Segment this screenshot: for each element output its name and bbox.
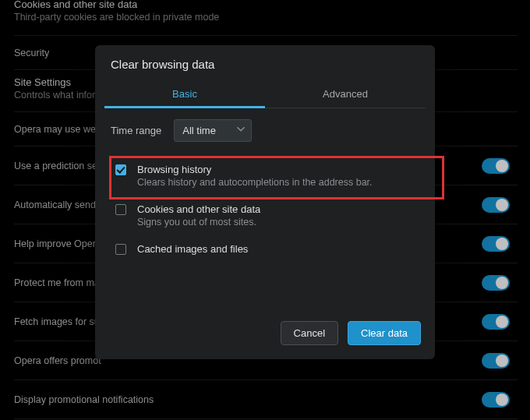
chevron-down-icon xyxy=(237,124,245,136)
cache-checkbox[interactable] xyxy=(115,244,126,255)
dialog-title: Clear browsing data xyxy=(95,45,435,77)
option-cookies[interactable]: Cookies and other site data Signs you ou… xyxy=(111,196,419,235)
history-sub: Clears history and autocompletions in th… xyxy=(137,177,373,188)
time-range-label: Time range xyxy=(111,125,161,136)
cookies-sub: Signs you out of most sites. xyxy=(137,217,260,228)
history-title: Browsing history xyxy=(137,164,373,175)
clear-data-button[interactable]: Clear data xyxy=(348,321,421,345)
clear-browsing-data-dialog: Clear browsing data Basic Advanced Time … xyxy=(95,45,435,359)
cancel-button[interactable]: Cancel xyxy=(281,321,338,345)
time-range-value: All time xyxy=(182,125,216,136)
cookies-title: Cookies and other site data xyxy=(137,203,260,215)
time-range-select[interactable]: All time xyxy=(174,119,252,142)
history-checkbox[interactable] xyxy=(115,164,126,175)
cache-title: Cached images and files xyxy=(137,243,248,255)
cookies-checkbox[interactable] xyxy=(115,204,126,215)
option-cache[interactable]: Cached images and files xyxy=(111,235,419,263)
tab-advanced[interactable]: Advanced xyxy=(265,80,426,108)
option-browsing-history[interactable]: Browsing history Clears history and auto… xyxy=(111,156,419,196)
dialog-tabs: Basic Advanced xyxy=(104,80,426,108)
tab-basic[interactable]: Basic xyxy=(104,80,265,108)
